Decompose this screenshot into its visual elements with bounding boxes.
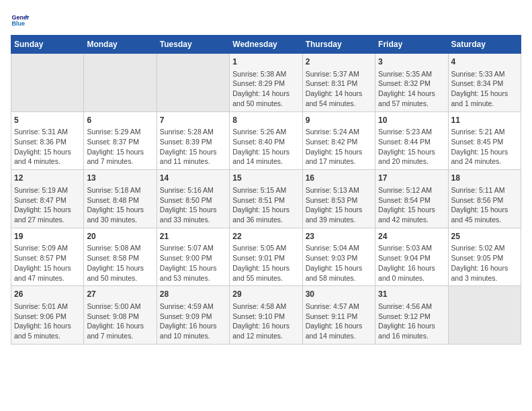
day-info: Sunrise: 5:38 AMSunset: 8:29 PMDaylight:… xyxy=(232,69,299,109)
calendar-cell: 12Sunrise: 5:19 AMSunset: 8:47 PMDayligh… xyxy=(11,170,84,228)
day-info: Sunrise: 5:00 AMSunset: 9:08 PMDaylight:… xyxy=(87,302,153,341)
day-info: Sunrise: 5:26 AMSunset: 8:40 PMDaylight:… xyxy=(232,127,299,167)
header-thursday: Thursday xyxy=(302,36,375,54)
day-info: Sunrise: 5:24 AMSunset: 8:42 PMDaylight:… xyxy=(306,127,372,167)
logo: General Blue xyxy=(11,11,32,30)
day-info: Sunrise: 5:28 AMSunset: 8:39 PMDaylight:… xyxy=(160,127,226,167)
calendar-cell: 6Sunrise: 5:29 AMSunset: 8:37 PMDaylight… xyxy=(84,111,157,170)
day-info: Sunrise: 5:35 AMSunset: 8:32 PMDaylight:… xyxy=(378,69,445,109)
day-number: 12 xyxy=(14,173,81,184)
day-number: 2 xyxy=(306,56,372,68)
calendar-cell: 24Sunrise: 5:03 AMSunset: 9:04 PMDayligh… xyxy=(375,228,448,286)
day-number: 5 xyxy=(14,115,81,126)
calendar-cell: 25Sunrise: 5:02 AMSunset: 9:05 PMDayligh… xyxy=(448,228,521,286)
day-info: Sunrise: 4:59 AMSunset: 9:09 PMDaylight:… xyxy=(160,302,226,341)
day-info: Sunrise: 5:11 AMSunset: 8:56 PMDaylight:… xyxy=(451,185,518,225)
header-row: SundayMondayTuesdayWednesdayThursdayFrid… xyxy=(11,36,521,54)
svg-text:Blue: Blue xyxy=(11,20,25,27)
header-friday: Friday xyxy=(375,36,448,54)
calendar-cell: 11Sunrise: 5:21 AMSunset: 8:45 PMDayligh… xyxy=(448,111,521,170)
day-number: 27 xyxy=(87,289,153,300)
calendar-cell: 9Sunrise: 5:24 AMSunset: 8:42 PMDaylight… xyxy=(302,111,375,170)
calendar-cell xyxy=(448,286,521,345)
day-number: 25 xyxy=(451,231,518,242)
day-info: Sunrise: 4:56 AMSunset: 9:12 PMDaylight:… xyxy=(378,302,445,341)
day-number: 16 xyxy=(306,173,372,184)
day-number: 24 xyxy=(378,231,445,242)
calendar-cell: 29Sunrise: 4:58 AMSunset: 9:10 PMDayligh… xyxy=(230,286,302,345)
day-number: 26 xyxy=(14,289,81,300)
calendar-cell: 10Sunrise: 5:23 AMSunset: 8:44 PMDayligh… xyxy=(375,111,448,170)
day-number: 1 xyxy=(232,56,299,68)
day-number: 4 xyxy=(451,56,518,68)
day-number: 20 xyxy=(87,231,153,242)
day-info: Sunrise: 5:23 AMSunset: 8:44 PMDaylight:… xyxy=(378,127,445,167)
calendar-cell: 23Sunrise: 5:04 AMSunset: 9:03 PMDayligh… xyxy=(302,228,375,286)
day-number: 31 xyxy=(378,289,445,300)
day-info: Sunrise: 5:09 AMSunset: 8:57 PMDaylight:… xyxy=(14,243,81,283)
week-row-1: 1Sunrise: 5:38 AMSunset: 8:29 PMDaylight… xyxy=(11,54,521,112)
day-info: Sunrise: 4:57 AMSunset: 9:11 PMDaylight:… xyxy=(306,302,372,341)
day-number: 15 xyxy=(232,173,299,184)
day-info: Sunrise: 4:58 AMSunset: 9:10 PMDaylight:… xyxy=(232,302,299,341)
day-info: Sunrise: 5:03 AMSunset: 9:04 PMDaylight:… xyxy=(378,243,445,283)
logo-icon: General Blue xyxy=(11,11,30,30)
day-number: 14 xyxy=(160,173,226,184)
calendar-cell: 22Sunrise: 5:05 AMSunset: 9:01 PMDayligh… xyxy=(230,228,302,286)
day-number: 30 xyxy=(306,289,372,300)
day-info: Sunrise: 5:08 AMSunset: 8:58 PMDaylight:… xyxy=(87,243,153,283)
day-info: Sunrise: 5:02 AMSunset: 9:05 PMDaylight:… xyxy=(451,243,518,283)
calendar-cell: 8Sunrise: 5:26 AMSunset: 8:40 PMDaylight… xyxy=(230,111,302,170)
day-info: Sunrise: 5:07 AMSunset: 9:00 PMDaylight:… xyxy=(160,243,226,283)
day-info: Sunrise: 5:37 AMSunset: 8:31 PMDaylight:… xyxy=(306,69,372,109)
calendar-cell: 16Sunrise: 5:13 AMSunset: 8:53 PMDayligh… xyxy=(302,170,375,228)
day-number: 3 xyxy=(378,56,445,68)
calendar-cell: 3Sunrise: 5:35 AMSunset: 8:32 PMDaylight… xyxy=(375,54,448,112)
calendar-cell: 4Sunrise: 5:33 AMSunset: 8:34 PMDaylight… xyxy=(448,54,521,112)
day-info: Sunrise: 5:31 AMSunset: 8:36 PMDaylight:… xyxy=(14,127,81,167)
calendar-cell: 13Sunrise: 5:18 AMSunset: 8:48 PMDayligh… xyxy=(84,170,157,228)
day-number: 22 xyxy=(232,231,299,242)
page-header: General Blue xyxy=(11,11,521,30)
calendar-cell: 26Sunrise: 5:01 AMSunset: 9:06 PMDayligh… xyxy=(11,286,84,345)
calendar-cell: 17Sunrise: 5:12 AMSunset: 8:54 PMDayligh… xyxy=(375,170,448,228)
calendar-table: SundayMondayTuesdayWednesdayThursdayFrid… xyxy=(11,35,521,345)
day-number: 10 xyxy=(378,115,445,126)
header-tuesday: Tuesday xyxy=(157,36,229,54)
day-number: 13 xyxy=(87,173,153,184)
calendar-cell: 30Sunrise: 4:57 AMSunset: 9:11 PMDayligh… xyxy=(302,286,375,345)
calendar-cell: 28Sunrise: 4:59 AMSunset: 9:09 PMDayligh… xyxy=(157,286,229,345)
calendar-body: 1Sunrise: 5:38 AMSunset: 8:29 PMDaylight… xyxy=(11,54,521,345)
calendar-cell: 19Sunrise: 5:09 AMSunset: 8:57 PMDayligh… xyxy=(11,228,84,286)
week-row-5: 26Sunrise: 5:01 AMSunset: 9:06 PMDayligh… xyxy=(11,286,521,345)
day-info: Sunrise: 5:04 AMSunset: 9:03 PMDaylight:… xyxy=(306,243,372,283)
day-number: 28 xyxy=(160,289,226,300)
day-info: Sunrise: 5:19 AMSunset: 8:47 PMDaylight:… xyxy=(14,185,81,225)
calendar-cell: 27Sunrise: 5:00 AMSunset: 9:08 PMDayligh… xyxy=(84,286,157,345)
day-number: 11 xyxy=(451,115,518,126)
calendar-cell: 15Sunrise: 5:15 AMSunset: 8:51 PMDayligh… xyxy=(230,170,302,228)
calendar-cell: 31Sunrise: 4:56 AMSunset: 9:12 PMDayligh… xyxy=(375,286,448,345)
day-info: Sunrise: 5:16 AMSunset: 8:50 PMDaylight:… xyxy=(160,185,226,225)
calendar-cell: 7Sunrise: 5:28 AMSunset: 8:39 PMDaylight… xyxy=(157,111,229,170)
day-info: Sunrise: 5:01 AMSunset: 9:06 PMDaylight:… xyxy=(14,302,81,341)
calendar-cell: 20Sunrise: 5:08 AMSunset: 8:58 PMDayligh… xyxy=(84,228,157,286)
day-number: 6 xyxy=(87,115,153,126)
calendar-cell xyxy=(11,54,84,112)
calendar-cell: 21Sunrise: 5:07 AMSunset: 9:00 PMDayligh… xyxy=(157,228,229,286)
day-number: 7 xyxy=(160,115,226,126)
day-info: Sunrise: 5:13 AMSunset: 8:53 PMDaylight:… xyxy=(306,185,372,225)
day-number: 17 xyxy=(378,173,445,184)
day-number: 18 xyxy=(451,173,518,184)
week-row-4: 19Sunrise: 5:09 AMSunset: 8:57 PMDayligh… xyxy=(11,228,521,286)
calendar-cell: 14Sunrise: 5:16 AMSunset: 8:50 PMDayligh… xyxy=(157,170,229,228)
header-sunday: Sunday xyxy=(11,36,84,54)
calendar-header: SundayMondayTuesdayWednesdayThursdayFrid… xyxy=(11,36,521,54)
day-info: Sunrise: 5:05 AMSunset: 9:01 PMDaylight:… xyxy=(232,243,299,283)
day-info: Sunrise: 5:12 AMSunset: 8:54 PMDaylight:… xyxy=(378,185,445,225)
day-number: 23 xyxy=(306,231,372,242)
calendar-cell: 5Sunrise: 5:31 AMSunset: 8:36 PMDaylight… xyxy=(11,111,84,170)
day-info: Sunrise: 5:18 AMSunset: 8:48 PMDaylight:… xyxy=(87,185,153,225)
day-number: 8 xyxy=(232,115,299,126)
calendar-cell xyxy=(157,54,229,112)
